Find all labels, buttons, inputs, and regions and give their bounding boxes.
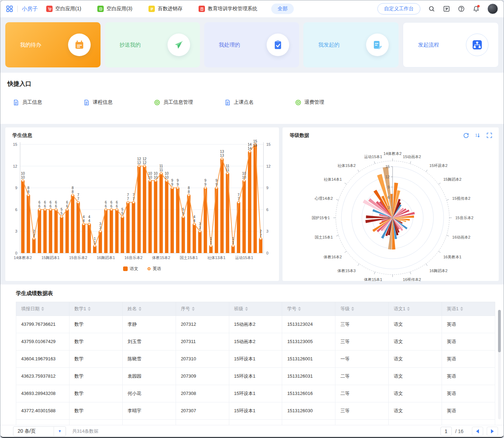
students-chart-panel: 学生信息 00336699121215151010882266666666556… [5, 127, 279, 281]
card-4[interactable]: 发起流程 [403, 22, 499, 67]
card-2[interactable]: 我处理的 [204, 22, 299, 67]
svg-text:6: 6 [50, 204, 52, 208]
customize-workbench-button[interactable]: 自定义工作台 [377, 3, 420, 14]
translate-icon[interactable] [443, 5, 450, 12]
sort-caret-icon[interactable] [139, 307, 141, 311]
navbar-app-1[interactable]: 空白应用(3) [97, 6, 132, 12]
apps-grid-icon[interactable] [6, 5, 13, 12]
table-cell: 207309 [176, 367, 229, 385]
column-header-7[interactable]: 语文1 [389, 302, 442, 316]
legend-item-english[interactable]: 英语 [147, 266, 161, 272]
svg-text:1: 1 [232, 240, 234, 244]
sort-caret-icon[interactable] [41, 307, 44, 311]
quick-entry-3[interactable]: 上课点名 [225, 99, 295, 106]
column-label: 班级 [234, 306, 243, 311]
table-row-3[interactable]: 43623.75937812数学袁园园20730915环设本1151312603… [16, 367, 495, 385]
table-row-2[interactable]: 43604.19679163数学陈晓雪20731015环设本1151312600… [16, 350, 495, 367]
sort-icon[interactable]: 1 [475, 132, 481, 138]
avatar[interactable] [487, 4, 498, 14]
column-header-4[interactable]: 班级 [229, 302, 282, 316]
current-page-box[interactable]: 1 [441, 427, 452, 436]
table-cell: 43665.18313239 [16, 419, 69, 425]
table-cell: 207311 [176, 333, 229, 350]
svg-text:6: 6 [38, 200, 41, 204]
table-cell: 刘玉雪 [122, 333, 176, 350]
svg-text:6: 6 [266, 207, 268, 211]
sort-caret-icon[interactable] [407, 307, 410, 311]
table-row-4[interactable]: 43693.28943208数学何小花20730815环设本1151312601… [16, 385, 495, 402]
table-cell: 数学 [69, 316, 122, 333]
table-cell: 207312 [176, 316, 229, 333]
scrollbar-thumb[interactable] [498, 310, 501, 352]
sort-caret-icon[interactable] [192, 307, 195, 311]
search-icon[interactable] [428, 5, 435, 12]
table-title: 学生成绩数据表 [16, 290, 495, 297]
prev-page-button[interactable] [472, 427, 483, 436]
navbar-app-3[interactable]: 教育培训学校管理系统 [199, 6, 257, 12]
svg-text:2: 2 [33, 229, 35, 233]
column-label: 学号 [287, 306, 296, 311]
table-scrollbar[interactable] [498, 310, 501, 419]
table-row-1[interactable]: 43759.01067429数学刘玉雪20731115动画本2151312300… [16, 333, 495, 350]
sort-caret-icon[interactable] [245, 307, 248, 311]
next-page-button[interactable] [487, 427, 498, 436]
navbar-app-0[interactable]: 空白应用(1) [46, 6, 81, 12]
svg-text:9: 9 [205, 179, 207, 182]
sort-caret-icon[interactable] [88, 307, 91, 311]
column-header-8[interactable]: 英语1 [442, 302, 495, 316]
svg-text:16视传本2: 16视传本2 [403, 277, 421, 281]
svg-text:14体教本2: 14体教本2 [14, 256, 32, 260]
table-row-0[interactable]: 43799.76736621数学李静20731215动画本21513123024… [16, 316, 495, 333]
cart-icon [46, 6, 53, 12]
svg-text:4: 4 [88, 218, 90, 222]
chevron-down-icon: ▼ [54, 427, 66, 436]
quick-entry-4[interactable]: 退费管理 [295, 99, 366, 106]
table-cell: 数学 [69, 419, 122, 425]
column-header-5[interactable]: 学号 [282, 302, 335, 316]
svg-text:16动画本2: 16动画本2 [452, 235, 470, 239]
refresh-icon[interactable] [463, 132, 469, 138]
students-panel-title: 学生信息 [12, 132, 32, 139]
card-1[interactable]: 抄送我的 [105, 22, 200, 67]
table-cell: 1513126030 [282, 402, 335, 419]
card-3[interactable]: 我发起的 [303, 22, 399, 67]
table-cell: 43623.75937812 [16, 367, 69, 385]
table-cell: 207306 [176, 419, 229, 425]
column-header-1[interactable]: 数学1 [69, 302, 122, 316]
svg-text:9: 9 [171, 182, 174, 186]
scores-table: 填报日期数学1姓名序号班级学号等级语文1英语1 43799.76736621数学… [16, 302, 495, 425]
quick-entry-0[interactable]: 员工信息 [13, 99, 84, 106]
sort-caret-icon[interactable] [460, 307, 463, 311]
notification-bell-icon[interactable] [473, 5, 480, 12]
table-row-6[interactable]: 43665.18313239数学周玉霞20730615环设本1151312600… [16, 419, 495, 425]
svg-text:5: 5 [61, 211, 63, 215]
navbar-app-2[interactable]: 百数进销存 [148, 6, 182, 12]
table-row-5[interactable]: 43772.40301588数学李晴宇20730715环设本1151312603… [16, 402, 495, 419]
svg-text:10: 10 [154, 171, 158, 175]
quick-entry-1[interactable]: 课程信息 [84, 99, 154, 106]
card-0[interactable]: 我的待办 [5, 22, 101, 67]
table-cell: 英语 [442, 316, 495, 333]
svg-text:8: 8 [28, 186, 30, 190]
table-cell: 英语 [442, 367, 495, 385]
help-icon[interactable] [458, 5, 465, 12]
grades-rose-chart: 14体教本215动画本215环设本215舞蹈本215视传本215音乐本216动画… [283, 139, 498, 281]
svg-text:11: 11 [159, 164, 163, 168]
table-cell: 李静 [122, 316, 176, 333]
svg-text:6: 6 [388, 195, 390, 199]
app-icon [97, 6, 104, 12]
tab-all-apps[interactable]: 全部 [271, 4, 294, 14]
column-header-6[interactable]: 等级 [335, 302, 389, 316]
page-size-select[interactable]: 20 条/页 ▼ [13, 426, 66, 436]
column-header-3[interactable]: 序号 [176, 302, 229, 316]
sort-caret-icon[interactable] [351, 307, 354, 311]
column-header-2[interactable]: 姓名 [122, 302, 176, 316]
legend-item-chinese[interactable]: 语文 [123, 266, 138, 272]
svg-text:10: 10 [242, 175, 247, 179]
workspace-name[interactable]: 小房子 [22, 6, 38, 12]
svg-text:11: 11 [226, 164, 230, 168]
sort-caret-icon[interactable] [298, 307, 301, 311]
quick-entry-2[interactable]: 员工信息管理 [154, 99, 225, 106]
fullscreen-icon[interactable] [486, 132, 492, 138]
column-header-0[interactable]: 填报日期 [16, 302, 69, 316]
